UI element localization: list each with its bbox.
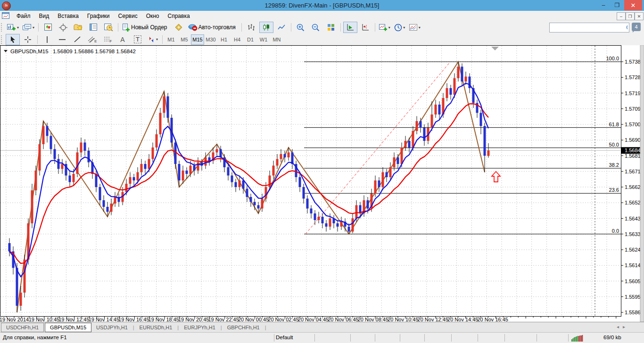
chart-shift-icon — [362, 24, 369, 31]
candle-body — [378, 180, 380, 187]
candle-body — [8, 243, 11, 252]
menu-item-Справка[interactable]: Справка — [164, 11, 194, 21]
metaeditor-button[interactable] — [172, 22, 186, 33]
zoom-out-button[interactable] — [309, 22, 323, 33]
horizontal-line-tool-button[interactable] — [55, 34, 69, 45]
candle-body — [401, 147, 403, 164]
timeframe-button-D1[interactable]: D1 — [244, 34, 257, 45]
horizontal-line-icon — [58, 36, 66, 43]
data-window-button[interactable] — [56, 22, 70, 33]
tab-scroll-arrows[interactable]: ◂▸ — [617, 324, 629, 329]
candle-body — [423, 128, 426, 141]
menu-item-Окно[interactable]: Окно — [142, 11, 164, 21]
chart-tab-USDCHFh,H1[interactable]: USDCHFh,H1 — [1, 323, 44, 332]
periods-button[interactable]: ▾ — [393, 22, 407, 33]
candle-body — [227, 167, 230, 176]
vertical-scroll-strip — [640, 45, 644, 322]
menu-item-Сервис[interactable]: Сервис — [114, 11, 142, 21]
text-tool-button[interactable]: A — [116, 34, 130, 45]
chart-shift-button[interactable] — [358, 22, 372, 33]
market-watch-button[interactable] — [41, 22, 55, 33]
menu-item-Вид[interactable]: Вид — [35, 11, 54, 21]
candle-body — [454, 78, 456, 95]
equidistant-channel-tool-button[interactable]: E — [85, 34, 99, 45]
chart-tab-EURUSDh,H1[interactable]: EURUSDh,H1 — [135, 323, 177, 332]
zoom-in-icon — [297, 24, 305, 32]
autotrading-button[interactable]: Авто-торговля — [187, 22, 239, 33]
new-chart-button[interactable]: ▾ — [6, 22, 20, 33]
crosshair-tool-button[interactable] — [21, 34, 35, 45]
mdi-close-button[interactable]: ✕ — [635, 12, 644, 20]
arrows-tool-button[interactable]: ▾ — [146, 34, 160, 45]
toolbar-grip[interactable] — [1, 23, 4, 32]
time-axis-label: 19 Nov 14:45 — [89, 317, 119, 322]
line-chart-button[interactable] — [274, 22, 289, 33]
notifications-badge[interactable]: 4 — [632, 23, 641, 31]
bar-chart-button[interactable] — [244, 22, 258, 33]
status-profile[interactable]: Default — [276, 335, 293, 340]
candle-body — [284, 154, 286, 157]
indicators-button[interactable]: ▾ — [378, 22, 392, 33]
profiles-icon — [23, 24, 32, 31]
candle-body — [382, 172, 384, 188]
candle-body — [144, 164, 147, 169]
candle-body — [280, 154, 282, 159]
menu-item-Файл[interactable]: Файл — [12, 11, 35, 21]
cursor-tool-button[interactable] — [6, 34, 20, 45]
menu-item-Графики[interactable]: Графики — [83, 11, 114, 21]
vertical-line-tool-button[interactable] — [40, 34, 54, 45]
chart-tab-EURJPYh,H1[interactable]: EURJPYh,H1 — [179, 323, 220, 332]
timeframe-button-M15[interactable]: M15 — [191, 34, 204, 45]
price-chart[interactable]: 0.023.638.250.061.8100.0GBPUSDh,M151.568… — [0, 45, 644, 322]
timeframe-button-M1[interactable]: M1 — [165, 34, 178, 45]
toolbar-grip[interactable] — [1, 35, 4, 44]
timeframe-button-M30[interactable]: M30 — [204, 34, 217, 45]
mdi-minimize-button[interactable]: – — [617, 12, 626, 20]
trendline-tool-button[interactable] — [70, 34, 84, 45]
close-button[interactable]: ✕ — [624, 0, 642, 10]
status-cell-separator — [537, 334, 537, 342]
chart-tab-GBPCHFh,H1[interactable]: GBPCHFh,H1 — [223, 323, 264, 332]
mdi-restore-button[interactable]: ❐ — [626, 12, 635, 20]
candle-body — [35, 171, 37, 190]
candle-body — [156, 134, 158, 147]
fibonacci-tool-label: F — [110, 39, 112, 43]
navigator-button[interactable] — [71, 22, 85, 33]
autoscroll-button[interactable] — [343, 22, 357, 33]
chart-canvas[interactable]: 0.023.638.250.061.8100.0GBPUSDh,M151.568… — [0, 45, 644, 322]
new-order-button[interactable]: Новый Ордер — [121, 22, 170, 33]
candle-body — [159, 113, 162, 135]
title-bar[interactable]: fx 129859: DivenFX-Main - [GBPUSDh,M15] … — [0, 0, 644, 11]
search-input[interactable] — [550, 24, 626, 32]
zoom-in-button[interactable] — [294, 22, 308, 33]
menu-item-Вставка[interactable]: Вставка — [53, 11, 83, 21]
search-icon[interactable] — [626, 24, 627, 32]
chart-tab-USDJPYh,H1[interactable]: USDJPYh,H1 — [91, 323, 132, 332]
profiles-button[interactable]: ▾ — [21, 22, 36, 33]
timeframe-button-M5[interactable]: M5 — [178, 34, 191, 45]
candle-body — [374, 180, 377, 194]
tab-separator: | — [133, 325, 134, 330]
templates-button[interactable]: ▾ — [408, 22, 422, 33]
timeframe-button-MN[interactable]: MN — [270, 34, 283, 45]
maximize-button[interactable]: ❐ — [611, 0, 624, 10]
menu-bar: ФайлВидВставкаГрафикиСервисОкноСправка –… — [0, 11, 644, 22]
new-chart-icon — [7, 24, 16, 31]
tile-windows-button[interactable] — [324, 22, 338, 33]
chart-tab-GBPUSDh,M15[interactable]: GBPUSDh,M15 — [45, 323, 91, 332]
terminal-button[interactable] — [86, 22, 100, 33]
minimize-button[interactable]: – — [597, 0, 610, 10]
chevron-down-icon: ▾ — [403, 25, 405, 30]
fibonacci-tool-button[interactable]: F — [100, 34, 115, 45]
text-label-tool-button[interactable]: T — [131, 34, 145, 45]
strategy-tester-button[interactable] — [101, 22, 116, 33]
timeframe-button-H1[interactable]: H1 — [217, 34, 231, 45]
candle-body — [408, 141, 411, 147]
candlestick-chart-button[interactable] — [259, 22, 273, 33]
candle-body — [20, 293, 22, 306]
fib-level-label: 0.0 — [612, 228, 619, 234]
timeframe-button-H4[interactable]: H4 — [231, 34, 244, 45]
timeframe-button-W1[interactable]: W1 — [257, 34, 270, 45]
candle-body — [393, 157, 396, 167]
status-cell-separator — [375, 334, 375, 342]
